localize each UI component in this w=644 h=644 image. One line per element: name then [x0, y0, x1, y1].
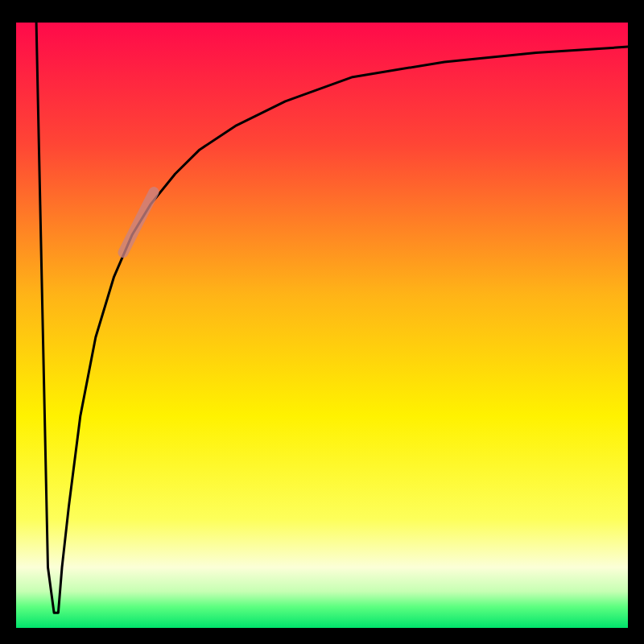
frame-top [0, 0, 644, 23]
frame-left [0, 0, 16, 644]
frame-bottom [0, 628, 644, 644]
plot-area [16, 23, 628, 628]
chart-container: TheBottleneck.com [0, 0, 644, 644]
bottleneck-chart [0, 0, 644, 644]
frame-right [628, 0, 644, 644]
